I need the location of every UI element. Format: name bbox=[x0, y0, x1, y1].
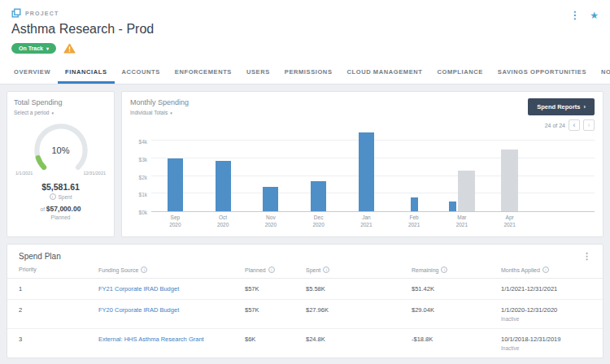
column-header-months-applied: Months Applied bbox=[501, 267, 540, 273]
funding-source-link[interactable]: FY20 Corporate IRAD Budget bbox=[98, 306, 245, 314]
actual-spend-bar[interactable] bbox=[411, 197, 418, 211]
info-icon[interactable]: i bbox=[441, 266, 447, 273]
months-applied-cell: 1/1/2021-12/31/2021 bbox=[501, 285, 591, 292]
page-title: Asthma Research - Prod bbox=[11, 22, 599, 37]
spent-cell: $24.8K bbox=[306, 336, 412, 343]
prev-page-button[interactable]: ‹ bbox=[569, 119, 580, 131]
tab-cloud-management[interactable]: CLOUD MANAGEMENT bbox=[340, 61, 430, 84]
spent-cell: $27.96K bbox=[306, 306, 412, 314]
tab-savings-opportunities[interactable]: SAVINGS OPPORTUNITIES bbox=[490, 61, 594, 84]
actual-spend-bar[interactable] bbox=[216, 161, 231, 211]
caret-down-icon: ▾ bbox=[51, 110, 54, 115]
spending-gauge: 10% bbox=[29, 119, 93, 169]
projected-spend-bar[interactable] bbox=[501, 150, 518, 211]
totals-mode-selector[interactable]: Individual Totals ▾ bbox=[130, 110, 595, 115]
status-badge-label: On Track bbox=[19, 46, 43, 51]
status-badge[interactable]: On Track ▾ bbox=[11, 43, 56, 54]
table-row: 1 FY21 Corporate IRAD Budget $57K $5.58K… bbox=[7, 279, 603, 300]
priority-cell: 2 bbox=[19, 306, 98, 314]
chart-y-axis: $0k$1k$2k$3k$4k bbox=[130, 131, 151, 212]
funding-source-link[interactable]: FY21 Corporate IRAD Budget bbox=[98, 285, 245, 292]
chart-pagination: 24 of 24 ‹ › bbox=[545, 119, 595, 131]
spend-reports-button[interactable]: Spend Reports › bbox=[528, 98, 595, 115]
page-header: PROJECT Asthma Research - Prod On Track … bbox=[0, 0, 610, 61]
x-axis-label: Jan2021 bbox=[342, 214, 390, 229]
tab-compliance[interactable]: COMPLIANCE bbox=[429, 61, 490, 84]
column-header-priority: Priority bbox=[19, 266, 37, 272]
funding-source-link[interactable]: External: HHS Asthma Research Grant bbox=[98, 336, 245, 343]
chart-plot-area: Sep2020Oct2020Nov2020Dec2020Jan2021Feb20… bbox=[151, 131, 595, 212]
x-axis-label: Apr2021 bbox=[486, 214, 534, 229]
y-axis-tick: $0k bbox=[139, 210, 147, 215]
project-icon bbox=[11, 8, 21, 18]
tab-notes[interactable]: NOTES bbox=[594, 61, 610, 84]
monthly-spending-chart: $0k$1k$2k$3k$4k Sep2020Oct2020Nov2020Dec… bbox=[130, 131, 595, 212]
tab-users[interactable]: USERS bbox=[239, 61, 277, 84]
tab-overview[interactable]: OVERVIEW bbox=[7, 61, 58, 84]
actual-spend-bar[interactable] bbox=[168, 158, 183, 211]
chart-month-slot: Mar2021 bbox=[438, 131, 486, 211]
project-label: PROJECT bbox=[25, 11, 59, 16]
caret-down-icon: ▾ bbox=[170, 110, 172, 115]
spend-plan-card: Spend Plan ⋮ Priority Funding Sourcei Pl… bbox=[7, 244, 603, 358]
period-selector[interactable]: Select a period ▾ bbox=[14, 110, 107, 115]
warning-icon[interactable] bbox=[63, 43, 76, 54]
header-menu-dots-icon[interactable]: ⋮ bbox=[569, 10, 580, 20]
months-status: Inactive bbox=[501, 345, 591, 351]
tab-enforcements[interactable]: ENFORCEMENTS bbox=[168, 61, 239, 84]
planned-cell: $6K bbox=[245, 336, 306, 343]
table-row: 3 External: HHS Asthma Research Grant $6… bbox=[7, 329, 603, 358]
months-applied-cell: 1/1/2020-12/31/2020 Inactive bbox=[501, 306, 591, 322]
planned-amount: $57,000.00 bbox=[46, 205, 81, 213]
remaining-cell: $51.42K bbox=[412, 285, 501, 292]
spend-reports-label: Spend Reports bbox=[537, 103, 580, 110]
priority-cell: 3 bbox=[19, 336, 98, 343]
favorite-star-icon[interactable]: ★ bbox=[590, 11, 599, 20]
chart-month-slot: Apr2021 bbox=[486, 131, 534, 211]
x-axis-label: Oct2020 bbox=[199, 214, 247, 229]
info-icon[interactable]: i bbox=[542, 266, 549, 273]
planned-prefix: of bbox=[41, 206, 45, 212]
spent-amount: $5,581.61 bbox=[14, 182, 107, 192]
info-icon[interactable]: i bbox=[268, 266, 275, 273]
x-axis-label: Nov2020 bbox=[247, 214, 295, 229]
chart-month-slot: Sep2020 bbox=[151, 131, 199, 211]
monthly-spending-title: Monthly Spending bbox=[130, 98, 595, 106]
tab-financials[interactable]: FINANCIALS bbox=[58, 61, 114, 84]
y-axis-tick: $2k bbox=[139, 175, 147, 180]
column-header-planned: Planned bbox=[245, 267, 266, 273]
caret-down-icon: ▾ bbox=[46, 46, 49, 51]
chevron-right-icon: › bbox=[584, 103, 586, 110]
spent-label: Spent bbox=[59, 194, 72, 200]
column-header-remaining: Remaining bbox=[412, 267, 438, 273]
info-icon[interactable]: i bbox=[50, 193, 56, 200]
monthly-spending-card: Monthly Spending Individual Totals ▾ Spe… bbox=[121, 91, 603, 237]
actual-spend-bar[interactable] bbox=[263, 187, 278, 211]
actual-spend-bar[interactable] bbox=[359, 132, 374, 211]
planned-cell: $57K bbox=[245, 306, 306, 314]
projected-spend-bar[interactable] bbox=[458, 171, 475, 211]
planned-cell: $57K bbox=[245, 285, 306, 292]
spent-cell: $5.58K bbox=[306, 285, 412, 292]
y-axis-tick: $4k bbox=[139, 139, 147, 145]
months-range: 10/1/2018-12/31/2019 bbox=[501, 336, 591, 343]
tab-accounts[interactable]: ACCOUNTS bbox=[115, 61, 168, 84]
priority-cell: 1 bbox=[19, 285, 98, 292]
total-spending-card: Total Spending Select a period ▾ 10% 1/1… bbox=[7, 91, 115, 237]
spend-plan-menu-dots-icon[interactable]: ⋮ bbox=[582, 252, 591, 261]
tab-bar: OVERVIEW FINANCIALS ACCOUNTS ENFORCEMENT… bbox=[0, 61, 610, 84]
months-range: 1/1/2020-12/31/2020 bbox=[501, 306, 591, 314]
info-icon[interactable]: i bbox=[141, 266, 147, 273]
info-icon[interactable]: i bbox=[323, 266, 329, 273]
planned-amount-line: of $57,000.00 bbox=[14, 205, 107, 213]
totals-mode-label: Individual Totals bbox=[130, 110, 168, 115]
next-page-button[interactable]: › bbox=[583, 119, 595, 131]
actual-spend-bar[interactable] bbox=[311, 181, 326, 211]
chart-month-slot: Dec2020 bbox=[294, 131, 342, 211]
months-status: Inactive bbox=[501, 316, 591, 322]
chart-month-slot: Jan2021 bbox=[342, 131, 390, 211]
tab-permissions[interactable]: PERMISSIONS bbox=[277, 61, 340, 84]
chart-month-slot: Feb2021 bbox=[390, 131, 438, 211]
actual-spend-bar[interactable] bbox=[449, 202, 456, 211]
months-applied-cell: 10/1/2018-12/31/2019 Inactive bbox=[501, 336, 591, 351]
